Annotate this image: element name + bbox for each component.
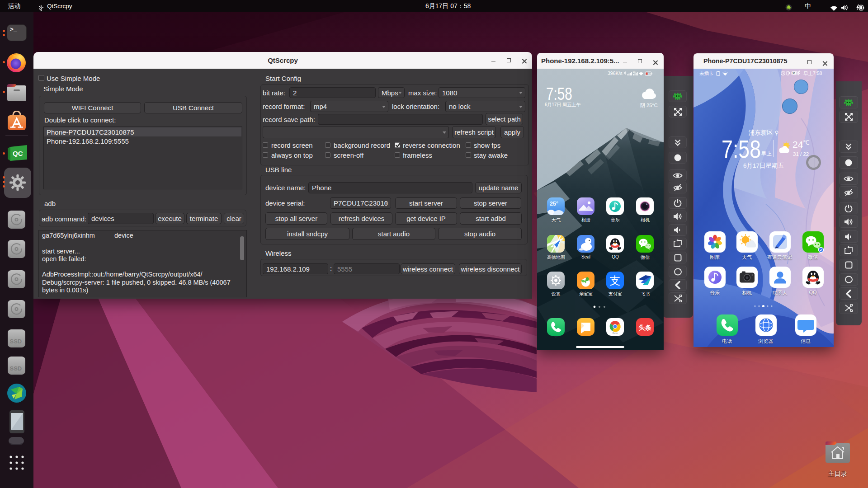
- svg-text:Beta: Beta: [613, 332, 618, 334]
- svg-text:SSD: SSD: [10, 365, 22, 372]
- svg-text:90: 90: [793, 72, 795, 75]
- svg-text:支: 支: [610, 274, 621, 286]
- svg-text:25°: 25°: [550, 201, 558, 207]
- svg-text:QC: QC: [13, 150, 23, 157]
- svg-text:10: 10: [648, 73, 651, 75]
- svg-text:头条: 头条: [639, 324, 652, 331]
- svg-text:SSD: SSD: [10, 338, 22, 345]
- svg-text:1G: 1G: [633, 71, 636, 73]
